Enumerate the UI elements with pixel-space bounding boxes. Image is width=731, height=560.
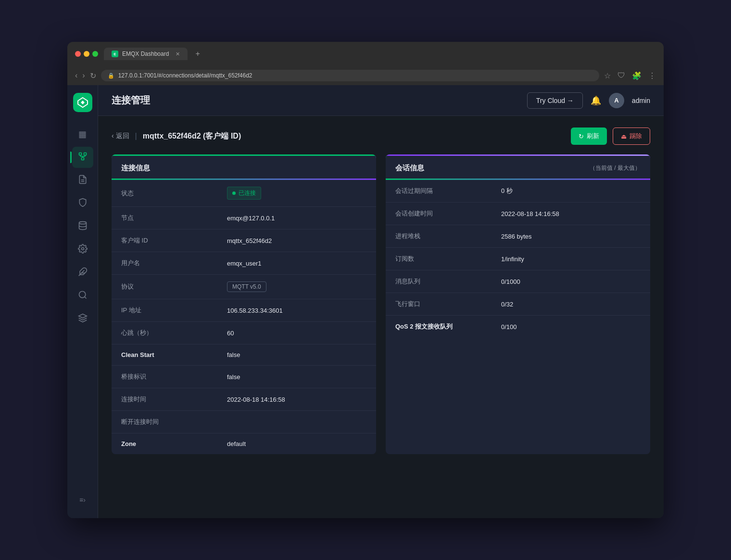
sidebar-logo: [73, 93, 92, 112]
back-nav-button[interactable]: ‹: [75, 71, 77, 80]
reload-nav-button[interactable]: ↻: [90, 71, 96, 80]
notification-bell-icon[interactable]: 🔔: [591, 95, 601, 106]
kick-label: 踢除: [630, 132, 642, 140]
table-row: 连接时间 2022-08-18 14:16:58: [112, 388, 376, 411]
username-label: admin: [632, 97, 650, 104]
detail-panels: 连接信息 状态 已连接: [112, 154, 650, 454]
status-badge: 已连接: [227, 187, 261, 200]
sidebar-item-monitor[interactable]: ▦: [72, 124, 93, 145]
url-input[interactable]: 🔒 127.0.0.1:7001/#/connections/detail/mq…: [101, 70, 599, 81]
sidebar: ▦: [67, 85, 98, 518]
maximize-traffic-light[interactable]: [92, 51, 98, 57]
table-row: 断开连接时间: [112, 411, 376, 433]
table-row: 会话创建时间 2022-08-18 14:16:58: [386, 203, 650, 225]
minimize-traffic-light[interactable]: [84, 51, 89, 57]
qos2-label: QoS 2 报文接收队列: [395, 323, 453, 330]
close-traffic-light[interactable]: [75, 51, 81, 57]
row-value: 2022-08-18 14:16:58: [217, 388, 376, 411]
row-label: 订阅数: [386, 248, 492, 270]
back-button[interactable]: ‹ 返回: [112, 132, 129, 140]
shield-security-icon: [78, 198, 88, 210]
row-value: 0/32: [492, 293, 650, 316]
row-label: 会话创建时间: [386, 203, 492, 225]
connections-icon: [78, 152, 88, 164]
sidebar-item-security[interactable]: [72, 193, 93, 214]
table-row: 节点 emqx@127.0.0.1: [112, 207, 376, 229]
sidebar-item-modules[interactable]: [72, 308, 93, 330]
status-text: 已连接: [239, 189, 256, 197]
row-value: false: [217, 344, 376, 366]
row-label: 状态: [112, 180, 217, 207]
row-label: 节点: [112, 207, 217, 229]
status-dot: [232, 191, 236, 195]
breadcrumb-actions: ↻ 刷新 ⏏ 踢除: [571, 127, 650, 145]
row-label: 连接时间: [112, 388, 217, 411]
refresh-icon: ↻: [579, 133, 584, 140]
table-row: QoS 2 报文接收队列 0/100: [386, 316, 650, 338]
gear-icon: [78, 244, 88, 256]
sidebar-item-plugins[interactable]: [72, 262, 93, 283]
row-label: 飞行窗口: [386, 293, 492, 316]
session-panel-title: 会话信息: [395, 164, 424, 173]
svg-rect-1: [79, 153, 81, 155]
row-label: IP 地址: [112, 299, 217, 322]
row-label: 用户名: [112, 252, 217, 275]
url-text: 127.0.0.1:7001/#/connections/detail/mqtt…: [118, 72, 252, 79]
browser-tab[interactable]: E EMQX Dashboard ✕: [104, 48, 188, 60]
search-icon: [78, 290, 88, 302]
sidebar-item-data[interactable]: [72, 216, 93, 237]
page-title: 连接管理: [112, 94, 519, 107]
row-label: Zone: [112, 433, 217, 455]
sidebar-bottom: ≡›: [72, 489, 93, 510]
row-value: MQTT v5.0: [217, 275, 376, 299]
layers-icon: [78, 313, 88, 325]
app-container: ▦: [67, 85, 664, 518]
row-value: emqx@127.0.0.1: [217, 207, 376, 229]
protocol-badge: MQTT v5.0: [227, 281, 266, 292]
session-panel-header: 会话信息 （当前值 / 最大值）: [386, 156, 650, 180]
row-value: 0/100: [492, 316, 650, 338]
clean-start-label: Clean Start: [121, 351, 154, 358]
kick-icon: ⏏: [621, 133, 627, 140]
table-row: 状态 已连接: [112, 180, 376, 207]
connection-info-table: 状态 已连接 节点: [112, 180, 376, 454]
extensions-icon[interactable]: 🧩: [632, 71, 642, 80]
row-value: 1/infinity: [492, 248, 650, 270]
tab-favicon: E: [112, 51, 118, 57]
row-value: 2022-08-18 14:16:58: [492, 203, 650, 225]
sidebar-item-subscriptions[interactable]: [72, 170, 93, 191]
row-label: 断开连接时间: [112, 411, 217, 433]
new-tab-icon[interactable]: +: [195, 50, 200, 58]
svg-point-10: [79, 221, 86, 224]
breadcrumb-divider: |: [135, 132, 137, 140]
menu-icon[interactable]: ⋮: [648, 71, 656, 80]
bookmark-icon[interactable]: ☆: [604, 71, 611, 80]
sidebar-item-collapse[interactable]: ≡›: [72, 489, 93, 510]
kick-button[interactable]: ⏏ 踢除: [613, 127, 650, 145]
shield-icon: 🛡: [618, 71, 625, 80]
row-value: false: [217, 366, 376, 388]
table-row: 会话过期间隔 0 秒: [386, 180, 650, 203]
refresh-button[interactable]: ↻ 刷新: [571, 127, 607, 145]
browser-titlebar: E EMQX Dashboard ✕ +: [67, 42, 664, 66]
forward-nav-button[interactable]: ›: [82, 71, 85, 80]
table-row: 消息队列 0/1000: [386, 270, 650, 293]
sidebar-item-settings[interactable]: [72, 239, 93, 260]
sidebar-item-connections[interactable]: [72, 147, 93, 168]
table-row: 客户端 ID mqttx_652f46d2: [112, 229, 376, 252]
session-info-table: 会话过期间隔 0 秒 会话创建时间 2022-08-18 14:16:58 进程…: [386, 180, 650, 338]
table-row: 桥接标识 false: [112, 366, 376, 388]
svg-rect-3: [81, 157, 84, 160]
try-cloud-button[interactable]: Try Cloud →: [527, 92, 583, 109]
row-label: QoS 2 报文接收队列: [386, 316, 492, 338]
plugin-icon: [78, 267, 88, 279]
row-label: 心跳（秒）: [112, 322, 217, 344]
table-row: 订阅数 1/infinity: [386, 248, 650, 270]
row-value: 60: [217, 322, 376, 344]
database-icon: [78, 221, 88, 233]
tab-close-icon[interactable]: ✕: [176, 51, 180, 57]
svg-marker-16: [78, 314, 87, 318]
urlbar-actions: ☆ 🛡 🧩 ⋮: [604, 71, 656, 80]
subscriptions-icon: [78, 175, 88, 187]
sidebar-item-diagnostic[interactable]: [72, 285, 93, 306]
